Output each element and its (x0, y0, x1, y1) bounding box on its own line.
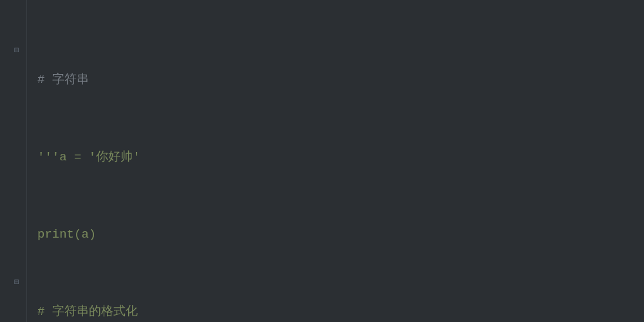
editor-gutter: ⊟ ⊟ (0, 0, 27, 322)
fold-icon[interactable]: ⊟ (14, 277, 19, 287)
code-editor[interactable]: # 字符串 '''a = '你好帅' print(a) # 字符串的格式化 na… (32, 0, 644, 322)
comment-text: # 字符串 (37, 73, 89, 87)
string-text: # 字符串的格式化 (37, 305, 138, 319)
string-text: '''a = '你好帅' (37, 150, 140, 164)
fold-icon[interactable]: ⊟ (14, 45, 19, 55)
string-text: print(a) (37, 227, 96, 242)
code-line[interactable]: '''a = '你好帅' (32, 144, 644, 170)
code-line[interactable]: # 字符串 (32, 67, 644, 93)
code-line[interactable]: # 字符串的格式化 (32, 299, 644, 322)
code-line[interactable]: print(a) (32, 222, 644, 247)
